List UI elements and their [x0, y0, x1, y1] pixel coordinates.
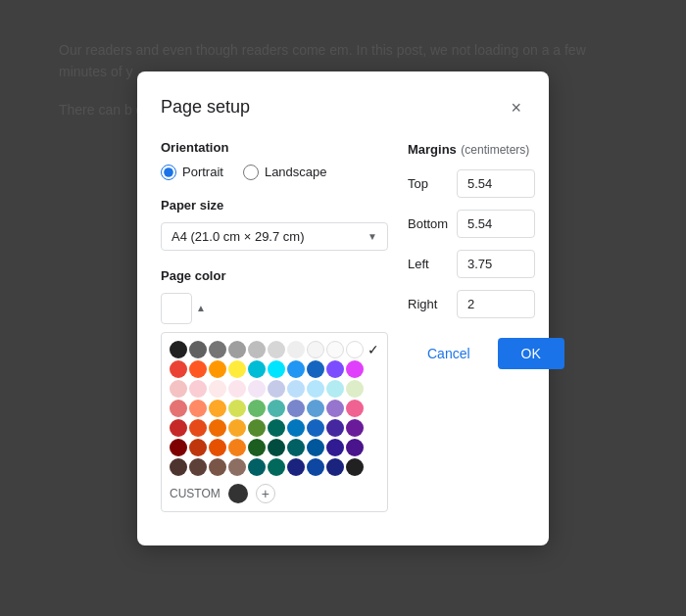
- landscape-radio[interactable]: [243, 165, 259, 180]
- color-dot-white[interactable]: [346, 341, 364, 358]
- color-dot[interactable]: [189, 341, 207, 358]
- dialog-body: Orientation Portrait Landscape Paper siz…: [161, 140, 525, 522]
- color-dot[interactable]: [307, 380, 324, 398]
- color-dot[interactable]: [248, 439, 266, 456]
- color-dot[interactable]: [268, 341, 285, 358]
- color-dot[interactable]: [228, 380, 246, 398]
- color-dot[interactable]: [170, 360, 187, 378]
- color-dot[interactable]: [326, 439, 344, 456]
- top-margin-label: Top: [408, 176, 457, 191]
- color-dot[interactable]: [346, 439, 364, 456]
- paper-size-label: Paper size: [161, 198, 388, 213]
- color-row-6: [170, 439, 379, 456]
- color-dot[interactable]: [248, 341, 266, 358]
- color-dot[interactable]: [268, 400, 285, 417]
- color-dot[interactable]: [287, 380, 305, 398]
- color-dot[interactable]: [307, 419, 324, 437]
- color-dot[interactable]: [189, 380, 207, 398]
- color-dot[interactable]: [268, 380, 285, 398]
- margins-header: Margins (centimeters): [408, 140, 564, 158]
- color-dot[interactable]: [209, 360, 226, 378]
- color-dot[interactable]: [170, 400, 187, 417]
- color-dot[interactable]: [209, 380, 226, 398]
- bottom-margin-row: Bottom: [408, 210, 564, 238]
- color-dot[interactable]: [326, 360, 344, 378]
- dialog-title: Page setup: [161, 97, 250, 118]
- color-dot[interactable]: [170, 380, 187, 398]
- color-dot[interactable]: [170, 341, 187, 358]
- right-margin-input[interactable]: [457, 290, 535, 318]
- bottom-margin-input[interactable]: [457, 210, 535, 238]
- portrait-option[interactable]: Portrait: [161, 165, 223, 180]
- color-dot[interactable]: [307, 360, 324, 378]
- color-row-1: ✓: [170, 341, 379, 358]
- color-dot[interactable]: [268, 458, 285, 476]
- top-margin-input[interactable]: [457, 169, 535, 198]
- dialog-header: Page setup ×: [161, 95, 525, 120]
- color-dot[interactable]: [326, 419, 344, 437]
- paper-size-select[interactable]: A4 (21.0 cm × 29.7 cm) ▼: [161, 222, 388, 251]
- color-dot[interactable]: [287, 360, 305, 378]
- ok-button[interactable]: OK: [498, 338, 564, 369]
- color-dot[interactable]: [268, 360, 285, 378]
- color-dot[interactable]: [326, 380, 344, 398]
- color-preview-box[interactable]: [161, 293, 192, 324]
- color-dot[interactable]: [228, 458, 246, 476]
- left-margin-input[interactable]: [457, 250, 535, 278]
- color-dot[interactable]: [189, 419, 207, 437]
- color-preview-row: ▲: [161, 293, 388, 324]
- landscape-option[interactable]: Landscape: [243, 165, 327, 180]
- color-dot[interactable]: [287, 458, 305, 476]
- color-dot[interactable]: [268, 419, 285, 437]
- color-dot[interactable]: [346, 458, 364, 476]
- color-dot[interactable]: [248, 400, 266, 417]
- color-dot[interactable]: [287, 341, 305, 358]
- color-dot[interactable]: [326, 341, 344, 358]
- color-dot[interactable]: [189, 400, 207, 417]
- color-dot[interactable]: [209, 341, 226, 358]
- color-dot[interactable]: [209, 419, 226, 437]
- color-dot[interactable]: [189, 360, 207, 378]
- color-dot[interactable]: [307, 341, 324, 358]
- color-dot[interactable]: [287, 419, 305, 437]
- color-dot[interactable]: [209, 439, 226, 456]
- color-dot[interactable]: [287, 439, 305, 456]
- color-dot[interactable]: [228, 419, 246, 437]
- color-dot[interactable]: [189, 458, 207, 476]
- color-dot[interactable]: [228, 400, 246, 417]
- dialog-footer: Cancel OK: [408, 338, 564, 369]
- color-dot[interactable]: [346, 419, 364, 437]
- custom-color-dot[interactable]: [228, 484, 248, 503]
- color-dot[interactable]: [346, 400, 364, 417]
- color-dot[interactable]: [228, 439, 246, 456]
- color-dot[interactable]: [346, 360, 364, 378]
- close-button[interactable]: ×: [507, 95, 525, 120]
- color-dot[interactable]: [307, 439, 324, 456]
- color-row-2: [170, 360, 379, 378]
- color-dot[interactable]: [248, 419, 266, 437]
- color-dot[interactable]: [248, 360, 266, 378]
- color-dot[interactable]: [248, 458, 266, 476]
- color-dot[interactable]: [228, 360, 246, 378]
- margins-label: Margins: [408, 142, 457, 157]
- color-dot[interactable]: [189, 439, 207, 456]
- color-dot[interactable]: [307, 458, 324, 476]
- color-dot[interactable]: [170, 439, 187, 456]
- color-dot[interactable]: [268, 439, 285, 456]
- color-dot[interactable]: [209, 400, 226, 417]
- add-custom-color-button[interactable]: +: [256, 484, 275, 503]
- color-dot[interactable]: [326, 458, 344, 476]
- color-dot[interactable]: [209, 458, 226, 476]
- color-dot[interactable]: [326, 400, 344, 417]
- modal-overlay: Page setup × Orientation Portrait Landsc…: [0, 0, 686, 616]
- color-dot[interactable]: [228, 341, 246, 358]
- color-dot[interactable]: [346, 380, 364, 398]
- cancel-button[interactable]: Cancel: [408, 338, 490, 369]
- color-dropdown-icon: ▲: [196, 303, 206, 313]
- portrait-radio[interactable]: [161, 165, 176, 180]
- color-dot[interactable]: [170, 419, 187, 437]
- color-dot[interactable]: [307, 400, 324, 417]
- color-dot[interactable]: [287, 400, 305, 417]
- color-dot[interactable]: [248, 380, 266, 398]
- color-dot[interactable]: [170, 458, 187, 476]
